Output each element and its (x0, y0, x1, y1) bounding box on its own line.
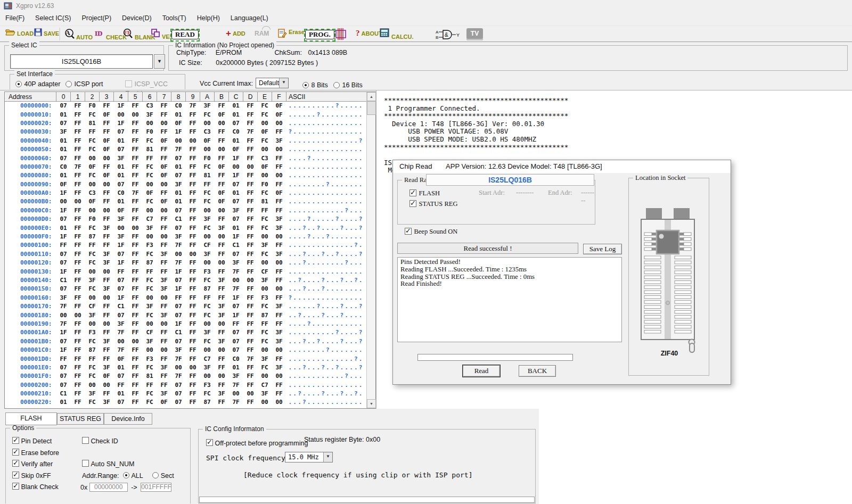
hex-byte[interactable]: 07 (171, 154, 186, 162)
hex-byte[interactable]: 87 (200, 398, 215, 407)
hex-byte[interactable]: FF (215, 354, 229, 363)
hex-col-header-4[interactable]: 4 (114, 93, 128, 102)
hex-byte[interactable]: FF (186, 398, 200, 407)
hex-byte[interactable]: 3F (215, 337, 229, 345)
hex-byte[interactable]: 87 (143, 259, 157, 267)
hex-ascii[interactable]: ....?.....?....? (286, 215, 371, 224)
hex-byte[interactable]: 00 (272, 232, 286, 241)
hex-byte[interactable]: 81 (143, 372, 157, 381)
hex-byte[interactable]: 00 (186, 363, 200, 371)
hex-byte[interactable]: 7F (186, 102, 200, 110)
hex-byte[interactable]: FF (200, 180, 215, 188)
hex-byte[interactable]: 3F (157, 276, 171, 284)
hex-byte[interactable]: 0F (171, 119, 186, 127)
hex-byte[interactable]: 01 (171, 162, 186, 171)
hex-byte[interactable]: FF (128, 372, 143, 381)
hex-byte[interactable]: 00 (100, 154, 114, 162)
hex-byte[interactable]: FC (258, 188, 272, 197)
hex-byte[interactable]: 3F (272, 302, 286, 310)
hex-byte[interactable]: 00 (128, 110, 143, 119)
hex-byte[interactable]: 00 (171, 250, 186, 258)
hex-byte[interactable]: 3F (215, 311, 229, 319)
hex-byte[interactable]: 0F (258, 128, 272, 136)
hex-ascii[interactable]: ...?..?....?...? (286, 337, 371, 345)
hex-byte[interactable]: FF (186, 267, 200, 276)
hex-byte[interactable]: 00 (229, 162, 243, 171)
hex-byte[interactable]: 00 (171, 363, 186, 371)
hex-col-header-3[interactable]: 3 (100, 93, 114, 102)
hex-byte[interactable]: FF (128, 259, 143, 267)
hex-byte[interactable]: FF (71, 110, 85, 119)
hex-byte[interactable]: FF (71, 232, 85, 241)
hex-byte[interactable]: 3F (143, 337, 157, 345)
hex-byte[interactable]: FF (215, 128, 229, 136)
hex-byte[interactable]: 1F (114, 241, 128, 250)
hex-byte[interactable]: FF (243, 259, 258, 267)
hex-byte[interactable]: 0F (114, 206, 128, 214)
hex-byte[interactable]: 7F (229, 285, 243, 293)
hex-byte[interactable]: F3 (200, 267, 215, 276)
hex-byte[interactable]: 3F (114, 232, 128, 241)
hex-byte[interactable]: 00 (215, 259, 229, 267)
hex-ascii[interactable]: ................ (286, 381, 371, 389)
hex-byte[interactable]: FF (186, 110, 200, 119)
hex-byte[interactable]: 3F (200, 102, 215, 110)
chevron-down-icon[interactable]: ▼ (323, 452, 332, 462)
hex-byte[interactable]: FF (85, 128, 100, 136)
menu-item-help[interactable]: Help(H) (192, 12, 225, 26)
hex-ascii[interactable]: ..?....?...?.... (286, 311, 371, 319)
hex-byte[interactable]: FC (143, 197, 157, 206)
hex-byte[interactable]: FF (71, 206, 85, 214)
hex-byte[interactable]: 00 (100, 180, 114, 188)
hex-byte[interactable]: 3F (114, 319, 128, 328)
hex-byte[interactable]: FF (272, 154, 286, 162)
hex-byte[interactable]: 07 (229, 119, 243, 127)
hex-byte[interactable]: 07 (114, 398, 128, 407)
hex-byte[interactable]: 0F (100, 372, 114, 381)
hex-byte[interactable]: FC (85, 363, 100, 371)
hex-byte[interactable]: FF (229, 319, 243, 328)
hex-byte[interactable]: FF (186, 128, 200, 136)
hex-address[interactable]: 00000050: (5, 145, 56, 153)
hex-byte[interactable]: FF (128, 345, 143, 354)
hex-byte[interactable]: FF (71, 102, 85, 110)
hex-byte[interactable]: 01 (114, 363, 128, 371)
hex-address[interactable]: 00000020: (5, 119, 56, 127)
load-button[interactable]: LOAD (5, 28, 34, 41)
hex-byte[interactable]: 00 (114, 337, 128, 345)
radio-8-bits[interactable]: 8 Bits (302, 80, 328, 89)
hex-byte[interactable]: 0F (272, 110, 286, 119)
hex-byte[interactable]: C0 (114, 188, 128, 197)
hex-byte[interactable]: FF (56, 241, 71, 250)
hex-byte[interactable]: 3F (56, 128, 71, 136)
hex-byte[interactable]: 3F (200, 363, 215, 371)
hex-byte[interactable]: 3F (157, 250, 171, 258)
hex-byte[interactable]: FF (71, 389, 85, 398)
hex-byte[interactable]: 00 (71, 197, 85, 206)
hex-byte[interactable]: FC (258, 250, 272, 258)
spi-clock-combo[interactable]: 15.0 MHz ▼ (285, 452, 333, 462)
menu-item-language[interactable]: Language(L) (225, 12, 274, 26)
hex-byte[interactable]: FC (258, 302, 272, 310)
hex-byte[interactable]: 01 (56, 171, 71, 180)
hex-byte[interactable]: FC (143, 389, 157, 398)
hex-byte[interactable]: FF (128, 102, 143, 110)
hex-ascii[interactable]: ..........?....? (286, 328, 371, 337)
hex-byte[interactable]: FF (128, 119, 143, 127)
hex-address[interactable]: 000000F0: (5, 232, 56, 241)
hex-byte[interactable]: 1F (229, 311, 243, 319)
erase-button[interactable]: Erase (278, 28, 305, 41)
erase-before-checkbox[interactable]: Erase before (12, 449, 59, 457)
hex-byte[interactable]: 01 (56, 136, 71, 145)
hex-byte[interactable]: 3F (272, 136, 286, 145)
hex-byte[interactable]: FF (56, 354, 71, 363)
beep-sound-checkbox[interactable]: Beep Sound ON (405, 226, 457, 236)
hex-col-header-d[interactable]: D (243, 93, 258, 102)
hex-byte[interactable]: FF (186, 119, 200, 127)
hex-byte[interactable]: C3 (200, 128, 215, 136)
hex-byte[interactable]: 00 (114, 224, 128, 232)
hex-byte[interactable]: 3F (85, 389, 100, 398)
hex-byte[interactable]: 00 (258, 119, 272, 127)
hex-byte[interactable]: 81 (258, 197, 272, 206)
hex-ascii[interactable]: ..........?..... (286, 102, 371, 110)
